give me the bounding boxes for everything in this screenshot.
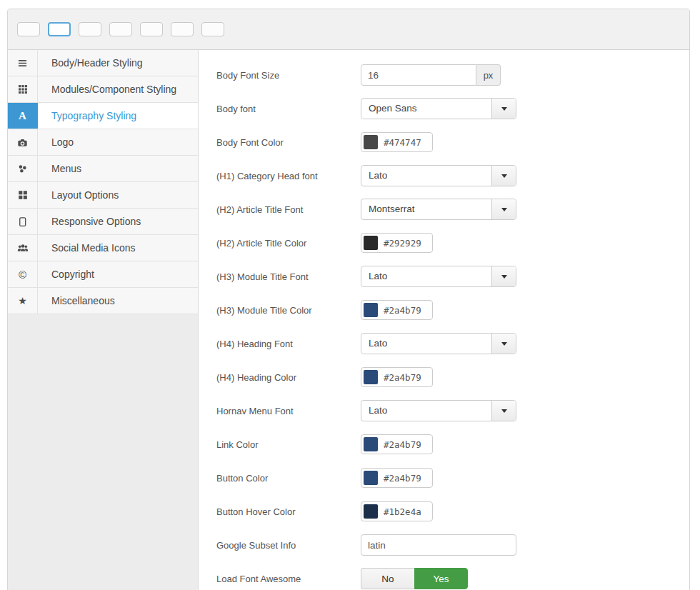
field-label: Link Color [216,439,361,450]
caret-down-icon[interactable] [491,166,516,186]
toggle-yes-button[interactable]: Yes [414,568,468,589]
sidebar-item-copyright[interactable]: © Copyright [8,261,198,288]
field-label: (H4) Heading Font [216,339,361,349]
h2-article-title-color-swatch [364,236,378,250]
select-value: Lato [361,334,491,354]
select-value: Lato [361,166,491,186]
caret-down-icon[interactable] [491,334,516,354]
sidebar-item-body-header-styling[interactable]: Body/Header Styling [8,50,198,76]
field-row-body-font-color: Body Font Color #474747 [216,131,689,153]
field-row-hornav-menu-font: Hornav Menu Font Lato [216,400,689,421]
select-value: Lato [361,266,491,286]
field-label: Google Subset Info [216,540,361,551]
field-row-h1-category-head-font: (H1) Category Head font Lato [216,165,689,186]
sidebar-item-label: Miscellaneous [38,288,198,314]
field-row-h2-article-title-font: (H2) Article Title Font Montserrat [216,199,689,220]
sidebar-item-menus[interactable]: Menus [8,156,198,182]
sidebar-item-layout-options[interactable]: Layout Options [8,182,198,209]
h3-module-title-font-select[interactable]: Lato [361,266,516,287]
tablet-icon [8,209,38,234]
toggle-group: No Yes [361,568,468,589]
field-label: Button Hover Color [216,506,361,517]
color-picker[interactable]: #2a4b79 [361,367,433,387]
google-subset-info-input[interactable] [361,534,516,556]
link-color-swatch [364,437,378,451]
sidebar: Body/Header Styling Modules/Component St… [8,50,199,590]
color-hex-value: #474747 [384,137,421,148]
field-row-h4-heading-font: (H4) Heading Font Lato [216,333,689,354]
caret-down-icon[interactable] [491,401,516,421]
toggle-no-button[interactable]: No [361,568,414,589]
tab-general[interactable] [48,22,71,36]
sidebar-item-label: Copyright [38,261,198,287]
color-picker[interactable]: #2a4b79 [361,468,433,488]
settings-form: Body Font Size px Body font Open Sans Bo… [199,50,689,590]
field-label: Body Font Size [216,70,361,81]
th-grid-icon [8,76,38,102]
sidebar-item-label: Social Media Icons [38,235,198,261]
content-area: Body/Header Styling Modules/Component St… [8,50,689,590]
tab-module-style-overrides[interactable] [79,22,101,36]
body-font-size-input[interactable] [361,64,476,86]
field-row-h2-article-title-color: (H2) Article Title Color #292929 [216,232,689,254]
field-label: (H3) Module Title Color [216,305,361,316]
field-label: Body font [216,104,361,114]
select-value: Lato [361,401,491,421]
h2-article-title-font-select[interactable]: Montserrat [361,199,516,220]
tab-details[interactable] [17,22,40,36]
field-row-h4-heading-color: (H4) Heading Color #2a4b79 [216,366,689,388]
bars-icon [8,50,38,76]
h3-module-title-color-swatch [364,303,378,317]
sidebar-item-miscellaneous[interactable]: ★ Miscellaneous [8,288,198,314]
color-hex-value: #2a4b79 [384,305,421,316]
field-label: Hornav Menu Font [216,406,361,416]
sidebar-item-logo[interactable]: Logo [8,129,198,156]
color-picker[interactable]: #2a4b79 [361,434,433,454]
tab-menu-assignment[interactable] [201,22,224,36]
button-hover-color-swatch [364,504,378,519]
hornav-menu-font-select[interactable]: Lato [361,400,516,421]
sidebar-item-label: Responsive Options [38,209,198,234]
unit-addon: px [476,64,501,86]
h4-heading-color-swatch [364,370,378,384]
caret-down-icon[interactable] [491,99,516,119]
color-hex-value: #2a4b79 [384,372,421,383]
sidebar-item-typography-styling[interactable]: A Typography Styling [8,103,198,129]
field-label: (H4) Heading Color [216,372,361,383]
field-row-h3-module-title-font: (H3) Module Title Font Lato [216,266,689,287]
color-hex-value: #1b2e4a [384,506,421,517]
share-alt-icon [8,156,38,181]
color-picker[interactable]: #2a4b79 [361,300,433,320]
field-label: (H2) Article Title Font [216,204,361,215]
h1-category-head-font-select[interactable]: Lato [361,165,516,186]
tab-module-widths[interactable] [109,22,132,36]
sidebar-item-label: Layout Options [38,182,198,208]
color-picker[interactable]: #1b2e4a [361,501,433,521]
caret-down-icon[interactable] [491,266,516,286]
users-icon [8,235,38,261]
color-hex-value: #2a4b79 [384,473,421,484]
body-font-select[interactable]: Open Sans [361,98,516,119]
color-picker[interactable]: #474747 [361,132,433,152]
tab-custom-code[interactable] [171,22,194,36]
sidebar-item-social-media-icons[interactable]: Social Media Icons [8,235,198,261]
field-row-h3-module-title-color: (H3) Module Title Color #2a4b79 [216,299,689,321]
sidebar-item-modules-component-styling[interactable]: Modules/Component Styling [8,76,198,103]
field-row-body-font-size: Body Font Size px [216,64,689,86]
field-row-load-font-awesome: Load Font Awesome No Yes [216,568,689,589]
sidebar-item-responsive-options[interactable]: Responsive Options [8,209,198,235]
sidebar-item-label: Typography Styling [38,103,198,129]
field-label: Load Font Awesome [216,574,361,584]
field-row-button-color: Button Color #2a4b79 [216,467,689,489]
h4-heading-font-select[interactable]: Lato [361,333,516,354]
field-label: (H2) Article Title Color [216,238,361,249]
field-label: Body Font Color [216,137,361,148]
field-label: (H1) Category Head font [216,171,361,181]
th-large-icon [8,182,38,208]
camera-icon [8,129,38,155]
caret-down-icon[interactable] [491,199,516,219]
field-label: (H3) Module Title Font [216,271,361,282]
color-picker[interactable]: #292929 [361,233,433,253]
tab-custom-css[interactable] [140,22,163,36]
field-row-link-color: Link Color #2a4b79 [216,434,689,455]
